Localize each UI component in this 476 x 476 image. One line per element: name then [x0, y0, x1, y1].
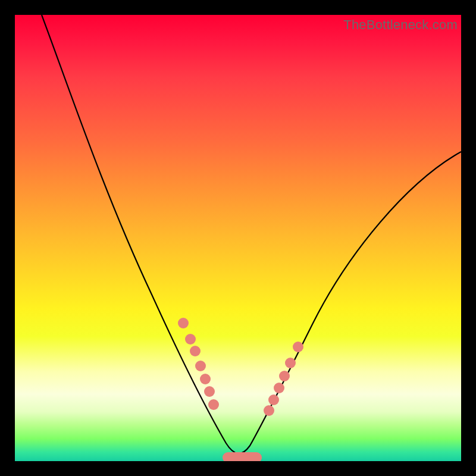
marker-dot: [190, 346, 201, 356]
marker-dot: [264, 405, 274, 416]
marker-dot: [268, 394, 279, 405]
marker-dot: [293, 342, 303, 352]
marker-dot: [178, 318, 189, 328]
bottleneck-curve-line: [42, 15, 461, 453]
marker-dot: [208, 399, 219, 410]
marker-dot: [285, 358, 296, 368]
marker-bottom-range: [223, 452, 262, 461]
marker-dot: [204, 386, 215, 397]
marker-dot: [279, 371, 290, 381]
plot-area: TheBottleneck.com: [15, 15, 461, 461]
marker-dot: [200, 374, 211, 384]
marker-dot: [195, 361, 206, 371]
marker-dot: [274, 383, 284, 393]
marker-dot: [185, 334, 196, 345]
bottleneck-chart: [15, 15, 461, 461]
